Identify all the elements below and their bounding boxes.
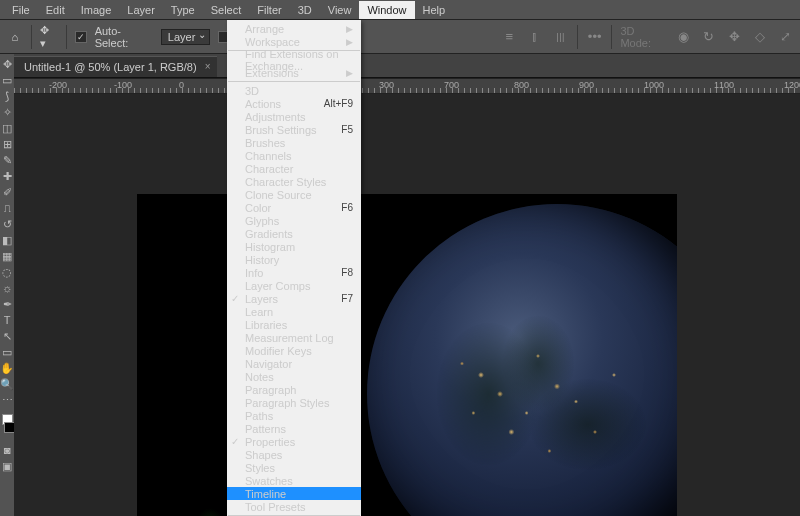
menu-item-label: Paragraph xyxy=(245,384,296,396)
distribute-v-icon[interactable]: ⫿ xyxy=(526,28,543,46)
menu-item-extensions[interactable]: Extensions▶ xyxy=(227,66,361,79)
path-tool-icon[interactable]: ↖ xyxy=(1,330,13,343)
auto-select-label: Auto-Select: xyxy=(95,25,153,49)
more-icon[interactable]: ••• xyxy=(586,28,603,46)
menu-item-clone-source[interactable]: Clone Source xyxy=(227,188,361,201)
eyedropper-tool-icon[interactable]: ✎ xyxy=(1,154,13,167)
align-icon[interactable]: ≡ xyxy=(501,28,518,46)
slide-icon: ◇ xyxy=(751,28,768,46)
blur-tool-icon[interactable]: ◌ xyxy=(1,266,13,279)
menu-file[interactable]: File xyxy=(4,1,38,19)
type-tool-icon[interactable]: T xyxy=(1,314,13,327)
pen-tool-icon[interactable]: ✒ xyxy=(1,298,13,311)
menu-item-paths[interactable]: Paths xyxy=(227,409,361,422)
menubar: FileEditImageLayerTypeSelectFilter3DView… xyxy=(0,0,800,20)
menu-3d[interactable]: 3D xyxy=(290,1,320,19)
menu-item-find-extensions-on-exchange-[interactable]: Find Extensions on Exchange... xyxy=(227,53,361,66)
menu-filter[interactable]: Filter xyxy=(249,1,289,19)
menu-item-3d[interactable]: 3D xyxy=(227,84,361,97)
menu-item-label: Glyphs xyxy=(245,215,279,227)
menu-item-color[interactable]: ColorF6 xyxy=(227,201,361,214)
shortcut-label: F6 xyxy=(341,202,353,213)
menu-item-swatches[interactable]: Swatches xyxy=(227,474,361,487)
menu-edit[interactable]: Edit xyxy=(38,1,73,19)
frame-tool-icon[interactable]: ⊞ xyxy=(1,138,13,151)
menu-item-adjustments[interactable]: Adjustments xyxy=(227,110,361,123)
menu-item-learn[interactable]: Learn xyxy=(227,305,361,318)
menu-item-brush-settings[interactable]: Brush SettingsF5 xyxy=(227,123,361,136)
lasso-tool-icon[interactable]: ⟆ xyxy=(1,90,13,103)
menu-item-brushes[interactable]: Brushes xyxy=(227,136,361,149)
menu-item-libraries[interactable]: Libraries xyxy=(227,318,361,331)
scale3d-icon: ⤢ xyxy=(777,28,794,46)
menu-item-character-styles[interactable]: Character Styles xyxy=(227,175,361,188)
shape-tool-icon[interactable]: ▭ xyxy=(1,346,13,359)
menu-item-label: Learn xyxy=(245,306,273,318)
menu-item-shapes[interactable]: Shapes xyxy=(227,448,361,461)
menu-item-patterns[interactable]: Patterns xyxy=(227,422,361,435)
gradient-tool-icon[interactable]: ▦ xyxy=(1,250,13,263)
menu-item-layers[interactable]: ✓LayersF7 xyxy=(227,292,361,305)
dodge-tool-icon[interactable]: ☼ xyxy=(1,282,13,295)
document-canvas[interactable] xyxy=(137,194,677,516)
submenu-arrow-icon: ▶ xyxy=(346,68,353,78)
document-tab[interactable]: Untitled-1 @ 50% (Layer 1, RGB/8) × xyxy=(14,56,217,77)
edit-toolbar-icon[interactable]: ⋯ xyxy=(1,394,13,407)
menu-item-paragraph[interactable]: Paragraph xyxy=(227,383,361,396)
menu-item-label: Notes xyxy=(245,371,274,383)
brush-tool-icon[interactable]: ✐ xyxy=(1,186,13,199)
menu-window[interactable]: Window xyxy=(359,1,414,19)
marquee-tool-icon[interactable]: ▭ xyxy=(1,74,13,87)
ruler-mark: -200 xyxy=(49,80,67,90)
menu-item-channels[interactable]: Channels xyxy=(227,149,361,162)
menu-type[interactable]: Type xyxy=(163,1,203,19)
menu-item-actions[interactable]: ActionsAlt+F9 xyxy=(227,97,361,110)
menu-item-arrange[interactable]: Arrange▶ xyxy=(227,22,361,35)
home-icon[interactable]: ⌂ xyxy=(6,28,23,46)
menu-item-notes[interactable]: Notes xyxy=(227,370,361,383)
menu-item-history[interactable]: History xyxy=(227,253,361,266)
menu-image[interactable]: Image xyxy=(73,1,120,19)
menu-item-label: Brushes xyxy=(245,137,285,149)
quickmask-icon[interactable]: ◙ xyxy=(1,444,13,457)
hand-tool-icon[interactable]: ✋ xyxy=(1,362,13,375)
stamp-tool-icon[interactable]: ⎍ xyxy=(1,202,13,215)
menu-help[interactable]: Help xyxy=(415,1,454,19)
menu-select[interactable]: Select xyxy=(203,1,250,19)
menu-item-navigator[interactable]: Navigator xyxy=(227,357,361,370)
menu-item-measurement-log[interactable]: Measurement Log xyxy=(227,331,361,344)
ruler-mark: 900 xyxy=(579,80,594,90)
menu-item-info[interactable]: InfoF8 xyxy=(227,266,361,279)
menu-item-histogram[interactable]: Histogram xyxy=(227,240,361,253)
menu-item-timeline[interactable]: Timeline xyxy=(227,487,361,500)
ruler-mark: 0 xyxy=(179,80,184,90)
menu-item-glyphs[interactable]: Glyphs xyxy=(227,214,361,227)
menu-item-label: Character xyxy=(245,163,293,175)
distribute-h-icon[interactable]: ⫼ xyxy=(552,28,569,46)
zoom-tool-icon[interactable]: 🔍 xyxy=(1,378,13,391)
menu-item-workspace[interactable]: Workspace▶ xyxy=(227,35,361,48)
menu-item-modifier-keys[interactable]: Modifier Keys xyxy=(227,344,361,357)
menu-item-tool-presets[interactable]: Tool Presets xyxy=(227,500,361,513)
wand-tool-icon[interactable]: ✧ xyxy=(1,106,13,119)
menu-layer[interactable]: Layer xyxy=(119,1,163,19)
document-tab-title: Untitled-1 @ 50% (Layer 1, RGB/8) xyxy=(24,61,197,73)
menu-item-character[interactable]: Character xyxy=(227,162,361,175)
menu-item-layer-comps[interactable]: Layer Comps xyxy=(227,279,361,292)
layer-dropdown[interactable]: Layer xyxy=(161,29,211,45)
menu-item-properties[interactable]: ✓Properties xyxy=(227,435,361,448)
menu-item-label: Swatches xyxy=(245,475,293,487)
crop-tool-icon[interactable]: ◫ xyxy=(1,122,13,135)
move-tool-icon[interactable]: ✥ xyxy=(1,58,13,71)
screenmode-icon[interactable]: ▣ xyxy=(1,460,13,473)
healing-tool-icon[interactable]: ✚ xyxy=(1,170,13,183)
move-tool-icon[interactable]: ✥ ▾ xyxy=(40,24,58,50)
menu-item-paragraph-styles[interactable]: Paragraph Styles xyxy=(227,396,361,409)
menu-item-styles[interactable]: Styles xyxy=(227,461,361,474)
auto-select-checkbox[interactable] xyxy=(75,31,87,43)
close-icon[interactable]: × xyxy=(205,61,211,72)
menu-item-gradients[interactable]: Gradients xyxy=(227,227,361,240)
eraser-tool-icon[interactable]: ◧ xyxy=(1,234,13,247)
history-brush-icon[interactable]: ↺ xyxy=(1,218,13,231)
menu-view[interactable]: View xyxy=(320,1,360,19)
